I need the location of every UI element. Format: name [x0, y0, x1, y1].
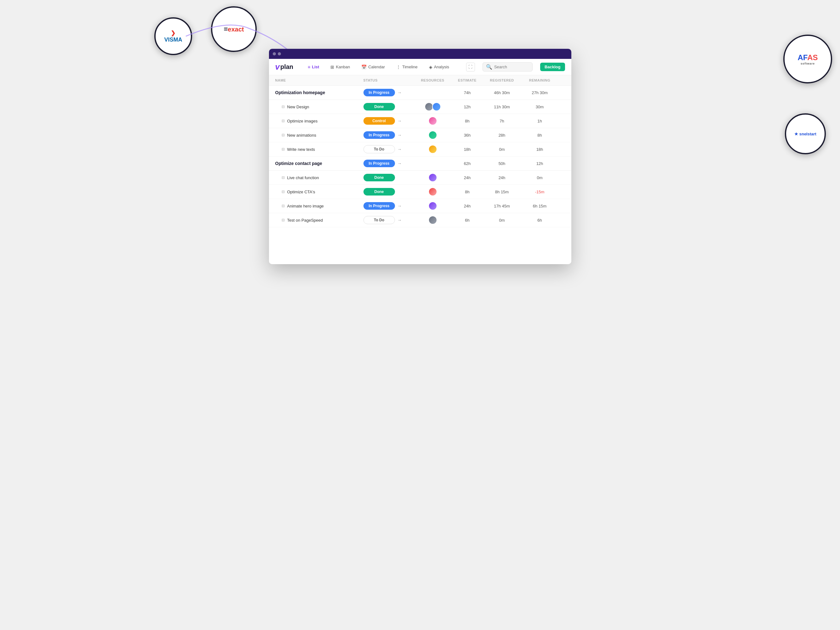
task-name[interactable]: Write new texts — [287, 147, 315, 152]
nav-analysis[interactable]: ◈ Analysis — [427, 63, 451, 71]
task-name-cell: ⊟ Optimize CTA's — [275, 189, 363, 194]
task-registered: 0m — [483, 147, 521, 152]
task-remaining: 6h 15m — [521, 204, 559, 208]
avatar — [432, 102, 441, 111]
fullscreen-button[interactable]: ⛶ — [466, 63, 475, 71]
group-row: Optimize contact page In Progress → 62h … — [269, 156, 572, 171]
task-resources-cell — [414, 216, 452, 224]
task-status-cell: Done — [363, 188, 414, 195]
avatar — [428, 145, 437, 154]
table-body: Optimization homepage In Progress → 74h … — [269, 86, 572, 227]
task-type-icon: ⊟ — [281, 119, 285, 123]
nav-kanban[interactable]: ⊞ Kanban — [328, 63, 352, 71]
group-estimate: 62h — [452, 161, 483, 166]
group-arrow-button[interactable]: → — [398, 90, 402, 95]
search-bar[interactable]: 🔍 — [483, 62, 533, 71]
task-name-cell: ⊟ New Design — [275, 104, 363, 109]
task-remaining: 0m — [521, 175, 559, 180]
task-resources-cell — [414, 173, 452, 182]
group-status-cell: In Progress → — [363, 160, 414, 167]
task-name[interactable]: Animate hero image — [287, 204, 324, 208]
task-resources-cell — [414, 145, 452, 154]
visma-logo: ❯ VISMA — [154, 17, 192, 55]
task-arrow-button[interactable]: → — [398, 132, 402, 138]
task-name-cell: ⊟ Test on PageSpeed — [275, 218, 363, 223]
task-name[interactable]: Optimize CTA's — [287, 189, 315, 194]
task-name[interactable]: Test on PageSpeed — [287, 218, 323, 223]
nav-calendar[interactable]: 📅 Calendar — [359, 63, 387, 71]
task-name[interactable]: Optimize images — [287, 119, 318, 123]
task-estimate: 8h — [452, 189, 483, 194]
task-type-icon: ⊟ — [281, 189, 285, 194]
group-registered: 46h 30m — [483, 90, 521, 95]
task-registered: 17h 45m — [483, 204, 521, 208]
task-arrow-button[interactable]: → — [398, 147, 402, 152]
task-registered: 8h 15m — [483, 189, 521, 194]
task-registered: 28h — [483, 133, 521, 138]
timeline-icon: ⋮ — [396, 65, 401, 69]
task-status-cell: To Do → — [363, 145, 414, 153]
col-status: STATUS — [363, 79, 414, 82]
task-row: ⊟ Animate hero image In Progress → 24h 1… — [269, 199, 572, 213]
task-estimate: 36h — [452, 133, 483, 138]
task-row: ⊟ New Design Done 12h 11h 30m 30m — [269, 100, 572, 114]
task-status-badge: Control — [363, 117, 395, 125]
task-type-icon: ⊟ — [281, 133, 285, 137]
task-type-icon: ⊟ — [281, 204, 285, 208]
group-remaining: 12h — [521, 161, 559, 166]
task-arrow-button[interactable]: → — [398, 217, 402, 223]
col-name: NAME — [275, 79, 363, 82]
task-estimate: 24h — [452, 204, 483, 208]
exact-logo: =exact — [211, 6, 257, 52]
avatar — [428, 173, 437, 182]
app-logo: vplan — [275, 62, 294, 72]
kanban-icon: ⊞ — [330, 65, 334, 69]
title-bar — [269, 49, 572, 59]
list-icon: ≡ — [308, 65, 310, 69]
task-registered: 24h — [483, 175, 521, 180]
avatar — [428, 187, 437, 196]
task-row: ⊟ New animations In Progress → 36h 28h 8… — [269, 128, 572, 142]
nav-bar: vplan ≡ List ⊞ Kanban 📅 Calendar ⋮ Timel… — [269, 59, 572, 75]
task-estimate: 18h — [452, 147, 483, 152]
task-name[interactable]: Live chat function — [287, 175, 319, 180]
task-resources-cell — [414, 117, 452, 125]
nav-list[interactable]: ≡ List — [306, 63, 321, 71]
backlog-button[interactable]: Backlog — [540, 63, 565, 71]
task-name-cell: ⊟ New animations — [275, 133, 363, 138]
analysis-icon: ◈ — [429, 65, 433, 69]
task-estimate: 6h — [452, 218, 483, 223]
task-arrow-button[interactable]: → — [398, 203, 402, 208]
task-type-icon: ⊟ — [281, 218, 285, 222]
task-status-cell: Control → — [363, 117, 414, 125]
avatar — [428, 131, 437, 140]
task-remaining: -15m — [521, 189, 559, 194]
nav-timeline[interactable]: ⋮ Timeline — [394, 63, 420, 71]
task-row: ⊟ Test on PageSpeed To Do → 6h 0m 6h — [269, 213, 572, 227]
col-registered: REGISTERED — [483, 79, 521, 82]
task-remaining: 6h — [521, 218, 559, 223]
search-input[interactable] — [494, 65, 529, 69]
task-status-badge: To Do — [363, 216, 395, 224]
task-type-icon: ⊟ — [281, 104, 285, 109]
task-status-badge: In Progress — [363, 202, 395, 210]
task-remaining: 8h — [521, 133, 559, 138]
task-status-cell: To Do → — [363, 216, 414, 224]
task-estimate: 24h — [452, 175, 483, 180]
task-resources-cell — [414, 131, 452, 140]
task-estimate: 8h — [452, 119, 483, 123]
col-estimate: ESTIMATE — [452, 79, 483, 82]
task-status-cell: In Progress → — [363, 131, 414, 139]
task-name[interactable]: New animations — [287, 133, 317, 138]
app-window: vplan ≡ List ⊞ Kanban 📅 Calendar ⋮ Timel… — [269, 49, 572, 264]
task-arrow-button[interactable]: → — [398, 118, 402, 123]
group-arrow-button[interactable]: → — [398, 161, 402, 166]
main-content: NAME STATUS RESOURCES ESTIMATE REGISTERE… — [269, 75, 572, 264]
group-name: Optimization homepage — [275, 90, 363, 95]
group-row: Optimization homepage In Progress → 74h … — [269, 86, 572, 100]
task-status-badge: Done — [363, 188, 395, 195]
group-remaining: 27h 30m — [521, 90, 559, 95]
group-status-badge: In Progress — [363, 160, 395, 167]
group-registered: 50h — [483, 161, 521, 166]
task-name[interactable]: New Design — [287, 104, 309, 109]
